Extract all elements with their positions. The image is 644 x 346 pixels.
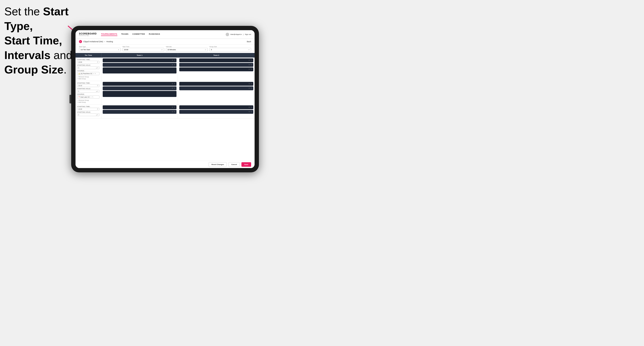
group-1-add-btn[interactable]: + Add Group xyxy=(77,78,100,79)
group-1-course-remove[interactable]: × xyxy=(93,73,94,75)
group-2-team1-cell: ✕ ✎ ✕ ✎ xyxy=(102,81,178,104)
group-2-course-value: East Lake GC xyxy=(80,96,90,98)
group-1-team2-player3[interactable]: ✕ ✎ xyxy=(179,67,253,71)
group-3-team1-player2-remove[interactable]: ✕ ✎ xyxy=(172,111,175,113)
start-time-select[interactable]: 10:00 ⏱ xyxy=(122,48,164,51)
group-1-team2-player3-remove[interactable]: ✕ ✎ xyxy=(248,68,252,70)
group-2-team1-player1[interactable]: ✕ ✎ xyxy=(103,82,176,86)
tablet-side-button xyxy=(70,95,71,103)
nav-rankings[interactable]: RANKINGS xyxy=(149,33,160,36)
group-2-hole-chevron: ▲▼ xyxy=(96,91,98,92)
group-1-team1-player3[interactable] xyxy=(103,67,176,73)
group-2-remove-btn[interactable]: ○ Remove Group xyxy=(77,100,100,101)
start-time-label: Start Time xyxy=(122,46,164,47)
nav-user-area: blair@clippd.io | Sign out xyxy=(226,33,251,36)
group-1-remove-btn[interactable]: ○ Remove Group xyxy=(77,76,100,78)
group-3-team1-player1[interactable]: ✕ ✎ xyxy=(103,105,176,109)
edit-icon: ✎ xyxy=(251,68,252,70)
group-1-team1-player1[interactable]: ✕ ✎ xyxy=(103,58,176,62)
group-3-team2-player1-remove[interactable]: ✕ ✎ xyxy=(248,106,252,108)
nav-committee[interactable]: COMMITTEE xyxy=(132,33,145,36)
sign-out-link[interactable]: Sign out xyxy=(245,33,251,35)
edit-icon: ✎ xyxy=(174,111,175,113)
edit-icon: ✎ xyxy=(174,106,175,108)
nav-tournaments[interactable]: TOURNAMENTS xyxy=(101,33,117,36)
start-time-chevron: ⏱ xyxy=(162,49,163,50)
group-3-team2-player2[interactable]: ✕ ✎ xyxy=(179,110,253,114)
group-2-team1-player2-remove[interactable]: ✕ ✎ xyxy=(172,87,175,89)
x-icon: ✕ xyxy=(172,64,173,66)
breadcrumb-tournament[interactable]: Clippd Invitational (Me) xyxy=(83,40,103,43)
group-2-actions: ○ Remove Group + Add Group xyxy=(77,100,100,103)
save-button[interactable]: Save xyxy=(242,162,251,167)
x-icon: ✕ xyxy=(172,83,173,85)
group-3-hole-chevron: ▲▼ xyxy=(96,114,98,116)
group-size-select[interactable]: 3 ▼ xyxy=(210,48,251,51)
bottom-bar: Reset Changes Cancel Save xyxy=(76,161,254,168)
group-2-course-edit[interactable]: ✎ xyxy=(92,96,94,98)
cancel-button[interactable]: Cancel xyxy=(228,162,240,167)
main-content: STARTING TIME: 10:00 ⏱ STARTING HOLE: 1 … xyxy=(76,57,254,161)
group-2-team2-player2-remove[interactable]: ✕ ✎ xyxy=(248,87,252,89)
reset-changes-button[interactable]: Reset Changes xyxy=(209,162,227,167)
instruction-text: Set the Start Type, Start Time, Interval… xyxy=(4,4,73,77)
group-2-team2-player1-remove[interactable]: ✕ ✎ xyxy=(248,83,252,85)
group-size-value: 3 xyxy=(211,49,212,51)
start-type-value: 1st Tee Start xyxy=(80,49,90,51)
nav-teams[interactable]: TEAMS xyxy=(121,33,128,36)
group-1-hole-select[interactable]: 1 ▲▼ xyxy=(77,66,100,69)
settings-row: Start Type 1st Tee Start ▼ Start Time 10… xyxy=(76,45,254,53)
group-3-starting-time-input[interactable]: 10:20 ⏱ xyxy=(77,108,100,111)
edit-icon: ✎ xyxy=(251,111,252,113)
group-2-add-btn[interactable]: + Add Group xyxy=(77,101,100,103)
group-3-tee-col: STARTING TIME: 10:20 ⏱ STARTING HOLE: 1 … xyxy=(76,105,102,118)
group-2-course-remove[interactable]: × xyxy=(90,96,92,98)
breadcrumb-section: Hosting xyxy=(106,40,113,43)
group-3-starting-time-label: STARTING TIME: xyxy=(77,106,100,107)
table-header: Tee Time Team 1 Team 2 xyxy=(76,53,254,57)
group-3-hole-select[interactable]: 1 ▲▼ xyxy=(77,113,100,116)
group-2-add-label: + Add Group xyxy=(77,101,86,103)
group-2-team1-player2[interactable]: ✕ ✎ xyxy=(103,86,176,90)
back-button[interactable]: Back xyxy=(247,40,251,43)
group-2-starting-time-label: STARTING TIME: xyxy=(77,82,100,84)
edit-icon: ✎ xyxy=(251,106,252,108)
group-2-hole-select[interactable]: 1 ▲▼ xyxy=(77,90,100,93)
bold-intervals: Intervals xyxy=(4,49,50,61)
group-1-course-edit[interactable]: ✎ xyxy=(95,73,96,75)
group-1-team2-player2-remove[interactable]: ✕ ✎ xyxy=(248,64,252,66)
edit-icon: ✎ xyxy=(251,83,252,85)
group-1-course-label: COURSE: xyxy=(77,70,100,72)
group-1-team2-player2[interactable]: ✕ ✎ xyxy=(179,63,253,67)
edit-icon: ✎ xyxy=(174,87,175,89)
group-1-team2-player1-remove[interactable]: ✕ ✎ xyxy=(248,59,252,61)
group-2-starting-time-input[interactable]: 10:10 ⏱ xyxy=(77,84,100,87)
group-3-team2-player2-remove[interactable]: ✕ ✎ xyxy=(248,111,252,113)
group-3-hole-value: 1 xyxy=(78,114,79,116)
group-1-time-icon: ⏱ xyxy=(97,61,98,63)
group-3-row: STARTING TIME: 10:20 ⏱ STARTING HOLE: 1 … xyxy=(76,105,254,118)
edit-icon: ✎ xyxy=(251,64,252,66)
group-2-team1-player3[interactable] xyxy=(103,91,176,97)
group-3-team1-player1-remove[interactable]: ✕ ✎ xyxy=(172,106,175,108)
group-1-team1-cell: ✕ ✎ ✕ ✎ xyxy=(102,57,178,81)
group-1-tee-col: STARTING TIME: 10:00 ⏱ STARTING HOLE: 1 … xyxy=(76,57,102,81)
group-1-team1-player1-remove[interactable]: ✕ ✎ xyxy=(172,59,175,61)
group-1-team2-player1[interactable]: ✕ ✎ xyxy=(179,58,253,62)
edit-icon: ✎ xyxy=(174,64,175,66)
group-2-team1-player1-remove[interactable]: ✕ ✎ xyxy=(172,83,175,85)
group-2-team2-player1[interactable]: ✕ ✎ xyxy=(179,82,253,86)
group-3-team2-player1[interactable]: ✕ ✎ xyxy=(179,105,253,109)
tablet-screen: SCOREBOARD Powered by clipp... TOURNAMEN… xyxy=(76,30,254,168)
group-1-remove-label: Remove Group xyxy=(78,76,89,78)
brand-logo: SCOREBOARD Powered by clipp... xyxy=(79,32,97,36)
group-2-team2-player2[interactable]: ✕ ✎ xyxy=(179,86,253,90)
group-size-group: Group Size 3 ▼ xyxy=(210,46,251,51)
intervals-select[interactable]: 10 Minutes ⏱ xyxy=(166,48,208,51)
group-1-team1-player2-remove[interactable]: ✕ ✎ xyxy=(172,64,175,66)
group-3-team1-player2[interactable]: ✕ ✎ xyxy=(103,110,176,114)
group-1-starting-time-input[interactable]: 10:00 ⏱ xyxy=(77,61,100,64)
start-type-select[interactable]: 1st Tee Start ▼ xyxy=(79,48,121,51)
group-1-team1-player2[interactable]: ✕ ✎ xyxy=(103,63,176,67)
group-3-time-icon: ⏱ xyxy=(97,108,98,110)
